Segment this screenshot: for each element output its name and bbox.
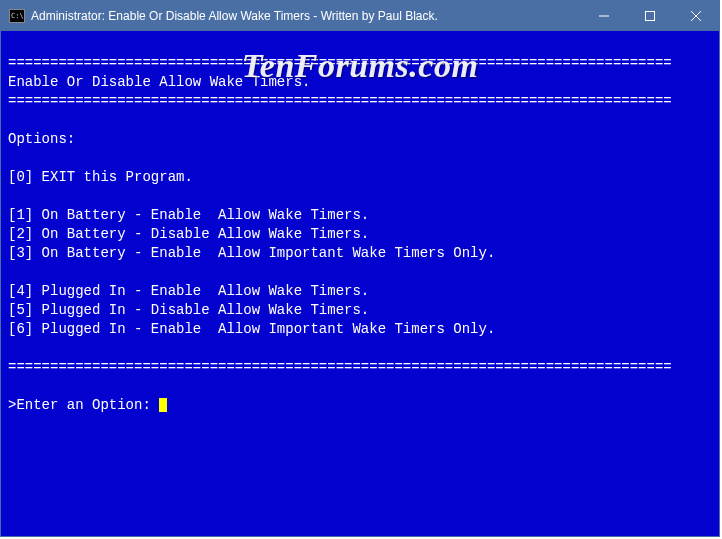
option-2: [2] On Battery - Disable Allow Wake Time… xyxy=(8,226,369,242)
maximize-button[interactable] xyxy=(627,1,673,31)
cursor xyxy=(159,398,167,412)
prompt: >Enter an Option: xyxy=(8,397,159,413)
console-body[interactable]: ========================================… xyxy=(1,31,719,536)
close-button[interactable] xyxy=(673,1,719,31)
svg-rect-1 xyxy=(646,12,655,21)
option-0: [0] EXIT this Program. xyxy=(8,169,193,185)
window-title: Administrator: Enable Or Disable Allow W… xyxy=(31,9,581,23)
option-6: [6] Plugged In - Enable Allow Important … xyxy=(8,321,495,337)
divider-bottom: ========================================… xyxy=(8,359,672,375)
option-5: [5] Plugged In - Disable Allow Wake Time… xyxy=(8,302,369,318)
option-1: [1] On Battery - Enable Allow Wake Timer… xyxy=(8,207,369,223)
divider-mid: ========================================… xyxy=(8,93,672,109)
header-line: Enable Or Disable Allow Wake Timers. xyxy=(8,74,310,90)
options-label: Options: xyxy=(8,131,75,147)
console-window: C:\ Administrator: Enable Or Disable All… xyxy=(0,0,720,537)
minimize-button[interactable] xyxy=(581,1,627,31)
option-4: [4] Plugged In - Enable Allow Wake Timer… xyxy=(8,283,369,299)
cmd-icon: C:\ xyxy=(9,9,25,23)
titlebar[interactable]: C:\ Administrator: Enable Or Disable All… xyxy=(1,1,719,31)
window-controls xyxy=(581,1,719,31)
option-3: [3] On Battery - Enable Allow Important … xyxy=(8,245,495,261)
divider-top: ========================================… xyxy=(8,55,672,71)
